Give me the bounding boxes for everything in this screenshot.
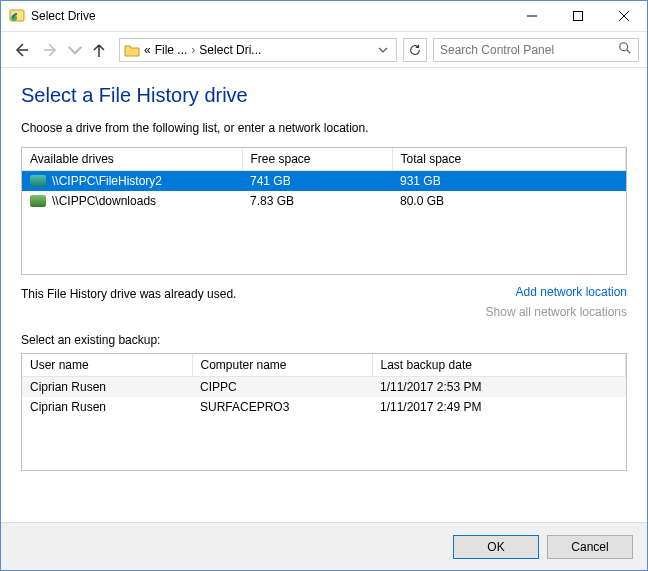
back-button[interactable] [7, 36, 35, 64]
col-user-name[interactable]: User name [22, 354, 192, 377]
cancel-button[interactable]: Cancel [547, 535, 633, 559]
backups-list: User name Computer name Last backup date… [21, 353, 627, 471]
backup-row[interactable]: Ciprian Rusen SURFACEPRO3 1/11/2017 2:49… [22, 397, 626, 417]
col-last-backup[interactable]: Last backup date [372, 354, 626, 377]
drive-free: 7.83 GB [242, 191, 392, 211]
page-subtitle: Choose a drive from the following list, … [21, 121, 627, 135]
svg-rect-2 [574, 12, 583, 21]
drive-total: 80.0 GB [392, 191, 626, 211]
crumb-root: « [144, 43, 151, 57]
backup-date: 1/11/2017 2:49 PM [372, 397, 626, 417]
window-title: Select Drive [31, 9, 509, 23]
footer: OK Cancel [1, 522, 647, 570]
content: Select a File History drive Choose a dri… [1, 68, 647, 522]
breadcrumb[interactable]: File ...› [155, 43, 196, 57]
window: Select Drive « File ...› Select Dri... S… [0, 0, 648, 571]
recent-locations-button[interactable] [67, 36, 83, 64]
drive-row[interactable]: \\CIPPC\FileHistory2 741 GB 931 GB [22, 171, 626, 192]
up-button[interactable] [85, 36, 113, 64]
chevron-right-icon: › [191, 43, 195, 57]
show-all-locations-link[interactable]: Show all network locations [486, 305, 627, 319]
refresh-button[interactable] [403, 38, 427, 62]
close-button[interactable] [601, 1, 647, 31]
drive-row[interactable]: \\CIPPC\downloads 7.83 GB 80.0 GB [22, 191, 626, 211]
drive-total: 931 GB [392, 171, 626, 192]
folder-icon [124, 42, 140, 58]
control-panel-icon [9, 8, 25, 24]
minimize-button[interactable] [509, 1, 555, 31]
address-bar[interactable]: « File ...› Select Dri... [119, 38, 397, 62]
maximize-button[interactable] [555, 1, 601, 31]
backups-header: User name Computer name Last backup date [22, 354, 626, 377]
ok-button[interactable]: OK [453, 535, 539, 559]
col-free-space[interactable]: Free space [242, 148, 392, 171]
status-text: This File History drive was already used… [21, 285, 236, 301]
drive-free: 741 GB [242, 171, 392, 192]
crumb-file-history: File ... [155, 43, 188, 57]
backup-section-label: Select an existing backup: [21, 333, 627, 347]
network-drive-icon [30, 195, 46, 207]
search-input[interactable] [440, 43, 618, 57]
backup-user: Ciprian Rusen [22, 377, 192, 398]
drive-name: \\CIPPC\FileHistory2 [52, 174, 162, 188]
col-total-space[interactable]: Total space [392, 148, 626, 171]
forward-button[interactable] [37, 36, 65, 64]
breadcrumb[interactable]: Select Dri... [199, 43, 261, 57]
drives-list: Available drives Free space Total space … [21, 147, 627, 275]
titlebar: Select Drive [1, 1, 647, 32]
search-box[interactable] [433, 38, 639, 62]
backup-user: Ciprian Rusen [22, 397, 192, 417]
backup-computer: SURFACEPRO3 [192, 397, 372, 417]
search-icon[interactable] [618, 41, 632, 58]
network-drive-icon [30, 175, 46, 187]
drives-header: Available drives Free space Total space [22, 148, 626, 171]
backup-row[interactable]: Ciprian Rusen CIPPC 1/11/2017 2:53 PM [22, 377, 626, 398]
navbar: « File ...› Select Dri... [1, 32, 647, 68]
crumb-select-drive: Select Dri... [199, 43, 261, 57]
drive-name: \\CIPPC\downloads [52, 194, 156, 208]
svg-point-3 [620, 43, 628, 51]
col-available-drives[interactable]: Available drives [22, 148, 242, 171]
page-heading: Select a File History drive [21, 84, 627, 107]
backup-computer: CIPPC [192, 377, 372, 398]
backup-date: 1/11/2017 2:53 PM [372, 377, 626, 398]
add-network-location-link[interactable]: Add network location [516, 285, 627, 299]
col-computer-name[interactable]: Computer name [192, 354, 372, 377]
breadcrumb[interactable]: « [144, 43, 151, 57]
chevron-down-icon[interactable] [374, 45, 392, 55]
mid-row: This File History drive was already used… [21, 285, 627, 319]
